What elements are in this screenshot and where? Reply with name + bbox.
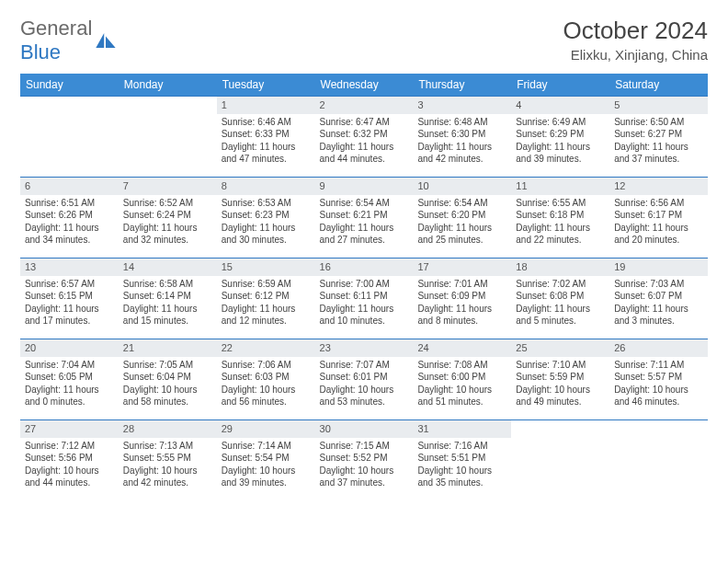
day-details: Sunrise: 7:16 AMSunset: 5:51 PMDaylight:…	[413, 438, 511, 493]
day-details: Sunrise: 6:55 AMSunset: 6:18 PMDaylight:…	[511, 195, 609, 250]
day-number: 29	[217, 420, 315, 438]
calendar-cell: 23Sunrise: 7:07 AMSunset: 6:01 PMDayligh…	[315, 339, 414, 419]
day-number: 11	[511, 178, 609, 195]
weekday-header: Wednesday	[315, 74, 414, 96]
calendar-cell: 12Sunrise: 6:56 AMSunset: 6:17 PMDayligh…	[609, 177, 708, 258]
day-details: Sunrise: 7:14 AMSunset: 5:54 PMDaylight:…	[217, 438, 315, 493]
title-block: October 2024 Elixku, Xinjiang, China	[563, 17, 708, 63]
logo: General Blue	[20, 17, 116, 64]
calendar-cell: 21Sunrise: 7:05 AMSunset: 6:04 PMDayligh…	[119, 339, 217, 419]
day-details: Sunrise: 6:46 AMSunset: 6:33 PMDaylight:…	[217, 114, 315, 169]
header: General Blue October 2024 Elixku, Xinjia…	[20, 17, 708, 64]
day-details: Sunrise: 7:05 AMSunset: 6:04 PMDaylight:…	[119, 357, 217, 412]
day-details: Sunrise: 6:56 AMSunset: 6:17 PMDaylight:…	[609, 195, 708, 250]
day-number: 4	[511, 97, 609, 114]
day-details: Sunrise: 6:52 AMSunset: 6:24 PMDaylight:…	[119, 195, 217, 250]
day-number: 9	[315, 178, 414, 195]
logo-word-1: General	[20, 17, 92, 40]
calendar-cell: 29Sunrise: 7:14 AMSunset: 5:54 PMDayligh…	[217, 419, 315, 500]
location-label: Elixku, Xinjiang, China	[563, 47, 708, 63]
weekday-header: Friday	[511, 74, 609, 96]
calendar-cell: 27Sunrise: 7:12 AMSunset: 5:56 PMDayligh…	[20, 419, 119, 500]
day-details: Sunrise: 6:47 AMSunset: 6:32 PMDaylight:…	[315, 114, 414, 169]
day-details: Sunrise: 6:50 AMSunset: 6:27 PMDaylight:…	[609, 114, 708, 169]
day-number: 5	[609, 97, 708, 114]
day-details: Sunrise: 6:59 AMSunset: 6:12 PMDaylight:…	[217, 276, 315, 331]
day-number: 6	[20, 178, 119, 195]
calendar-cell: 26Sunrise: 7:11 AMSunset: 5:57 PMDayligh…	[609, 339, 708, 419]
day-details: Sunrise: 6:49 AMSunset: 6:29 PMDaylight:…	[511, 114, 609, 169]
calendar-cell: 3Sunrise: 6:48 AMSunset: 6:30 PMDaylight…	[413, 96, 511, 177]
calendar-cell: 5Sunrise: 6:50 AMSunset: 6:27 PMDaylight…	[609, 96, 708, 177]
day-number: 13	[20, 259, 119, 276]
day-details: Sunrise: 7:06 AMSunset: 6:03 PMDaylight:…	[217, 357, 315, 412]
calendar-cell	[20, 96, 119, 177]
calendar-cell: 1Sunrise: 6:46 AMSunset: 6:33 PMDaylight…	[217, 96, 315, 177]
day-number: 14	[119, 259, 217, 276]
day-details: Sunrise: 6:48 AMSunset: 6:30 PMDaylight:…	[413, 114, 511, 169]
day-number: 26	[609, 339, 708, 357]
calendar-cell: 20Sunrise: 7:04 AMSunset: 6:05 PMDayligh…	[20, 339, 119, 419]
day-number: 2	[315, 97, 414, 114]
calendar-cell: 24Sunrise: 7:08 AMSunset: 6:00 PMDayligh…	[413, 339, 511, 419]
day-details: Sunrise: 6:51 AMSunset: 6:26 PMDaylight:…	[20, 195, 119, 250]
day-details: Sunrise: 7:11 AMSunset: 5:57 PMDaylight:…	[609, 357, 708, 412]
day-number: 10	[413, 178, 511, 195]
calendar-cell: 4Sunrise: 6:49 AMSunset: 6:29 PMDaylight…	[511, 96, 609, 177]
calendar-cell: 17Sunrise: 7:01 AMSunset: 6:09 PMDayligh…	[413, 258, 511, 339]
day-number: 28	[119, 420, 217, 438]
day-details: Sunrise: 7:04 AMSunset: 6:05 PMDaylight:…	[20, 357, 119, 412]
day-details: Sunrise: 6:54 AMSunset: 6:21 PMDaylight:…	[315, 195, 414, 250]
day-number: 22	[217, 339, 315, 357]
calendar-cell: 11Sunrise: 6:55 AMSunset: 6:18 PMDayligh…	[511, 177, 609, 258]
page-title: October 2024	[563, 17, 708, 45]
weekday-header: Saturday	[609, 74, 708, 96]
calendar-cell: 15Sunrise: 6:59 AMSunset: 6:12 PMDayligh…	[217, 258, 315, 339]
day-details: Sunrise: 7:12 AMSunset: 5:56 PMDaylight:…	[20, 438, 119, 493]
calendar-cell: 7Sunrise: 6:52 AMSunset: 6:24 PMDaylight…	[119, 177, 217, 258]
day-number: 3	[413, 97, 511, 114]
day-details: Sunrise: 7:00 AMSunset: 6:11 PMDaylight:…	[315, 276, 414, 331]
day-number: 8	[217, 178, 315, 195]
day-number: 24	[413, 339, 511, 357]
calendar-cell: 18Sunrise: 7:02 AMSunset: 6:08 PMDayligh…	[511, 258, 609, 339]
calendar-cell	[119, 96, 217, 177]
calendar-cell: 22Sunrise: 7:06 AMSunset: 6:03 PMDayligh…	[217, 339, 315, 419]
day-number: 27	[20, 420, 119, 438]
day-details: Sunrise: 6:57 AMSunset: 6:15 PMDaylight:…	[20, 276, 119, 331]
calendar-cell: 10Sunrise: 6:54 AMSunset: 6:20 PMDayligh…	[413, 177, 511, 258]
day-number: 20	[20, 339, 119, 357]
day-details: Sunrise: 6:53 AMSunset: 6:23 PMDaylight:…	[217, 195, 315, 250]
day-number: 31	[413, 420, 511, 438]
day-number: 25	[511, 339, 609, 357]
calendar-cell: 14Sunrise: 6:58 AMSunset: 6:14 PMDayligh…	[119, 258, 217, 339]
day-details: Sunrise: 7:08 AMSunset: 6:00 PMDaylight:…	[413, 357, 511, 412]
day-number: 30	[315, 420, 414, 438]
logo-text: General Blue	[20, 17, 92, 64]
logo-word-2: Blue	[20, 40, 61, 63]
calendar-cell: 16Sunrise: 7:00 AMSunset: 6:11 PMDayligh…	[315, 258, 414, 339]
day-number: 16	[315, 259, 414, 276]
day-details: Sunrise: 7:02 AMSunset: 6:08 PMDaylight:…	[511, 276, 609, 331]
calendar-cell	[511, 419, 609, 500]
day-details: Sunrise: 7:07 AMSunset: 6:01 PMDaylight:…	[315, 357, 414, 412]
calendar-cell	[609, 419, 708, 500]
sail-icon	[96, 33, 116, 48]
day-details: Sunrise: 7:15 AMSunset: 5:52 PMDaylight:…	[315, 438, 414, 493]
calendar-cell: 28Sunrise: 7:13 AMSunset: 5:55 PMDayligh…	[119, 419, 217, 500]
calendar-cell: 8Sunrise: 6:53 AMSunset: 6:23 PMDaylight…	[217, 177, 315, 258]
day-number: 21	[119, 339, 217, 357]
calendar-cell: 19Sunrise: 7:03 AMSunset: 6:07 PMDayligh…	[609, 258, 708, 339]
day-details: Sunrise: 7:01 AMSunset: 6:09 PMDaylight:…	[413, 276, 511, 331]
day-number: 18	[511, 259, 609, 276]
day-details: Sunrise: 6:54 AMSunset: 6:20 PMDaylight:…	[413, 195, 511, 250]
day-number: 12	[609, 178, 708, 195]
weekday-header-row: SundayMondayTuesdayWednesdayThursdayFrid…	[20, 74, 708, 96]
calendar-cell: 13Sunrise: 6:57 AMSunset: 6:15 PMDayligh…	[20, 258, 119, 339]
weekday-header: Monday	[119, 74, 217, 96]
calendar-cell: 2Sunrise: 6:47 AMSunset: 6:32 PMDaylight…	[315, 96, 414, 177]
day-number: 19	[609, 259, 708, 276]
calendar-cell: 31Sunrise: 7:16 AMSunset: 5:51 PMDayligh…	[413, 419, 511, 500]
day-number: 15	[217, 259, 315, 276]
day-details: Sunrise: 6:58 AMSunset: 6:14 PMDaylight:…	[119, 276, 217, 331]
